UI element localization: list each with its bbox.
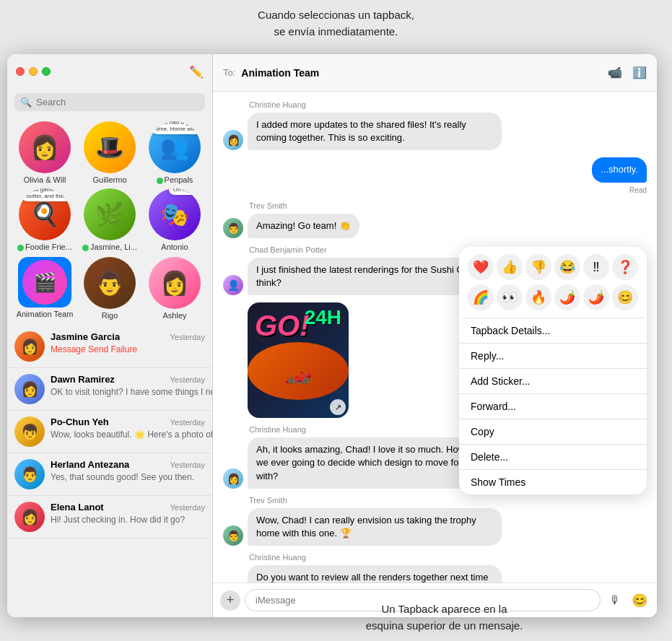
chat-area: To: Animation Team 📹 ℹ️ Christine Huang …	[213, 54, 657, 617]
tapback-thumbs-down[interactable]: 👎	[525, 254, 551, 280]
avatar-item-antonio[interactable]: 🎭 On my way! Antonio	[144, 188, 205, 251]
tapback-reactions-row2: 🌈 👀 🔥 🌶️ 🌶️ 😊	[459, 284, 647, 318]
avatar-olivia-will: 👩	[19, 121, 71, 173]
messages-area: Christine Huang 👩 I added more updates t…	[213, 92, 657, 583]
conv-item-herland-antezana[interactable]: 👨 Herland Antezana Yesterday Yes, that s…	[7, 453, 212, 496]
msg-avatar-christine-5: 👩	[223, 468, 243, 489]
avatar-label-foodie: Foodie Frie...	[17, 243, 72, 251]
conv-content-elena-lanot: Elena Lanot Yesterday Hi! Just checking …	[51, 502, 205, 526]
conv-avatar-elena-lanot: 👩	[14, 502, 45, 532]
conv-item-elena-lanot[interactable]: 👩 Elena Lanot Yesterday Hi! Just checkin…	[7, 496, 212, 538]
share-button[interactable]: ↗	[330, 399, 346, 415]
minimize-button[interactable]	[29, 67, 38, 76]
avatar-item-jasmine[interactable]: 🌿 Jasmine, Li...	[79, 188, 140, 251]
avatar-bubble-antonio: On my way!	[169, 188, 201, 195]
chat-to-label: To:	[223, 67, 235, 78]
tapback-haha[interactable]: 😂	[554, 254, 580, 280]
avatar-antonio: 🎭 On my way!	[149, 188, 201, 240]
tapback-thumbs-up[interactable]: 👍	[497, 254, 523, 280]
conv-name-dawn-ramirez: Dawn Ramirez	[51, 374, 115, 385]
tapback-menu-reply[interactable]: Reply...	[459, 344, 647, 368]
avatar-label-jasmine: Jasmine, Li...	[82, 243, 137, 251]
tapback-menu-sticker[interactable]: Add Sticker...	[459, 369, 647, 393]
tapback-pepper1[interactable]: 🌶️	[554, 284, 580, 310]
tapback-menu-delete[interactable]: Delete...	[459, 445, 647, 469]
msg-group-outgoing: ...shortly. Read	[223, 157, 647, 193]
close-button[interactable]	[16, 67, 25, 76]
search-icon: 🔍	[20, 97, 32, 108]
avatar-jasmine: 🌿	[84, 188, 136, 240]
conversation-list: 👩 Jasmine Garcia Yesterday Message Send …	[7, 326, 212, 617]
conv-item-jasmine-garcia[interactable]: 👩 Jasmine Garcia Yesterday Message Send …	[7, 326, 212, 368]
avatar-label-olivia-will: Olivia & Will	[24, 175, 66, 184]
video-call-button[interactable]: 📹	[608, 66, 622, 79]
tapback-menu-forward[interactable]: Forward...	[459, 394, 647, 419]
avatar-item-animation-team[interactable]: 🎬 Animation Team	[14, 257, 75, 320]
avatar-penpals: 👥 We had a great time. Home with...	[149, 121, 201, 173]
msg-avatar-trev: 👨	[223, 218, 243, 238]
avatar-ashley: 👩	[149, 257, 201, 309]
conv-content-herland-antezana: Herland Antezana Yesterday Yes, that sou…	[51, 459, 205, 483]
conv-time-po-chun-yeh: Yesterday	[170, 418, 205, 427]
conv-content-jasmine-garcia: Jasmine Garcia Yesterday Message Send Fa…	[51, 331, 205, 355]
avatar-item-penpals[interactable]: 👥 We had a great time. Home with... Penp…	[144, 121, 205, 184]
search-bar: 🔍	[14, 93, 205, 111]
msg-row-trev: 👨 Amazing! Go team! 👏	[223, 214, 647, 238]
tapback-rainbow[interactable]: 🌈	[468, 284, 494, 310]
avatar-bubble-foodie: Add garlic to the butter, and then...	[20, 188, 71, 201]
msg-bubble-trev-6[interactable]: Wow, Chad! I can really envision us taki…	[248, 508, 502, 546]
maximize-button[interactable]	[42, 67, 51, 76]
avatar-grid-row2: 🎬 Animation Team 👨 Rigo 👩 Ashley	[7, 257, 212, 326]
conv-content-dawn-ramirez: Dawn Ramirez Yesterday OK to visit tonig…	[51, 374, 205, 398]
msg-read-status: Read	[223, 186, 647, 194]
tapback-menu-details[interactable]: Tapback Details...	[459, 318, 647, 343]
msg-avatar-christine: 👩	[223, 130, 243, 150]
conv-item-dawn-ramirez[interactable]: 👩 Dawn Ramirez Yesterday OK to visit ton…	[7, 368, 212, 411]
traffic-lights	[16, 67, 51, 76]
tapback-eyes[interactable]: 👀	[497, 284, 523, 310]
avatar-grid: 👩 Olivia & Will 🎩 Guillermo 👥 We had a g…	[7, 115, 212, 257]
info-button[interactable]: ℹ️	[632, 66, 647, 79]
tapback-question[interactable]: ❓	[612, 254, 638, 280]
avatar-item-rigo[interactable]: 👨 Rigo	[79, 257, 140, 320]
conv-time-herland-antezana: Yesterday	[170, 461, 205, 469]
conv-avatar-jasmine-garcia: 👩	[14, 331, 45, 362]
msg-bubble-trev[interactable]: Amazing! Go team! 👏	[248, 214, 359, 238]
msg-bubble-christine-7[interactable]: Do you want to review all the renders to…	[248, 565, 502, 583]
msg-row-1: 👩 I added more updates to the shared fil…	[223, 113, 647, 150]
tapback-menu: ❤️ 👍 👎 😂 ‼️ ❓ 🌈 👀 🔥 🌶️ 🌶️ 😊	[459, 247, 647, 494]
msg-image-sushi-car[interactable]: GO! 24H 🏎️ ↗	[248, 302, 349, 418]
conv-name-herland-antezana: Herland Antezana	[51, 459, 129, 470]
avatar-animation-team: 🎬	[22, 260, 67, 305]
avatar-item-foodie[interactable]: 🍳 Add garlic to the butter, and then... …	[14, 188, 75, 251]
conv-name-elena-lanot: Elena Lanot	[51, 502, 104, 513]
tapback-menu-times[interactable]: Show Times	[459, 470, 647, 494]
sidebar: ✏️ 🔍 👩 Olivia & Will 🎩 Guillermo 👥 We ha…	[7, 54, 213, 617]
chat-title-actions: 📹 ℹ️	[608, 66, 647, 79]
tapback-smile[interactable]: 😊	[612, 284, 638, 310]
avatar-rigo: 👨	[84, 257, 136, 309]
conv-item-po-chun-yeh[interactable]: 👦 Po-Chun Yeh Yesterday Wow, looks beaut…	[7, 411, 212, 453]
annotation-bottom: Un Tapback aparece en laesquina superior…	[217, 601, 672, 634]
tapback-exclamation[interactable]: ‼️	[583, 254, 609, 280]
msg-row-outgoing: ...shortly.	[223, 157, 647, 182]
app-window: ✏️ 🔍 👩 Olivia & Will 🎩 Guillermo 👥 We ha…	[7, 54, 657, 617]
conv-preview-po-chun-yeh: Wow, looks beautiful. 🌟 Here's a photo o…	[51, 429, 212, 440]
avatar-item-ashley[interactable]: 👩 Ashley	[144, 257, 205, 320]
tapback-menu-copy[interactable]: Copy	[459, 419, 647, 444]
avatar-item-guillermo[interactable]: 🎩 Guillermo	[79, 121, 140, 184]
search-input[interactable]	[36, 97, 199, 108]
msg-row-trev-6: 👨 Wow, Chad! I can really envision us ta…	[223, 508, 647, 546]
conv-content-po-chun-yeh: Po-Chun Yeh Yesterday Wow, looks beautif…	[51, 417, 205, 440]
avatar-foodie: 🍳 Add garlic to the butter, and then...	[19, 188, 71, 240]
msg-bubble-1[interactable]: I added more updates to the shared files…	[248, 113, 502, 150]
avatar-item-olivia-will[interactable]: 👩 Olivia & Will	[14, 121, 75, 184]
msg-sender-trev: Trev Smith	[223, 201, 647, 210]
tapback-fire[interactable]: 🔥	[525, 284, 551, 310]
msg-bubble-outgoing[interactable]: ...shortly.	[592, 157, 647, 182]
avatar-guillermo: 🎩	[84, 121, 136, 173]
compose-button[interactable]: ✏️	[189, 65, 204, 79]
tapback-pepper2[interactable]: 🌶️	[583, 284, 609, 310]
msg-sender-christine-7: Christine Huang	[223, 553, 647, 562]
tapback-heart[interactable]: ❤️	[468, 254, 494, 280]
